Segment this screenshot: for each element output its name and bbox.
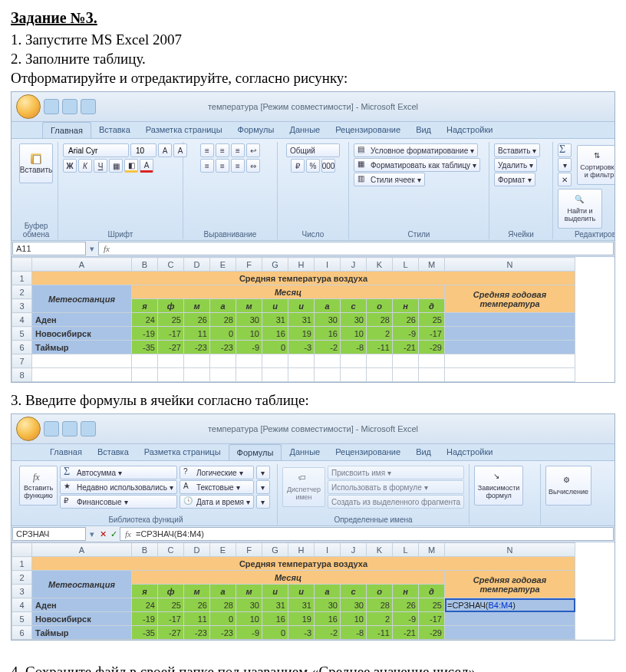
data-cell-0-9[interactable]: 28 [367, 598, 393, 612]
merge-button[interactable]: ⇔ [246, 159, 260, 173]
name-box-2[interactable]: СРЗНАЧ [12, 527, 86, 541]
tab-insert[interactable]: Вставка [91, 122, 138, 138]
station-name-1[interactable]: Новосибирск [32, 327, 132, 341]
find-select-button[interactable]: 🔍 Найти и выделить [558, 189, 602, 229]
data-cell-2-7[interactable]: -2 [315, 626, 341, 640]
tab-home[interactable]: Главная [42, 122, 91, 138]
align-left[interactable]: ≡ [200, 159, 214, 173]
data-cell-1-2[interactable]: 11 [184, 327, 210, 341]
avg-cell-2[interactable] [445, 626, 575, 640]
tab-formulas[interactable]: Формулы [230, 122, 282, 138]
row-header-7[interactable]: 7 [12, 354, 32, 368]
data-cell-2-2[interactable]: -23 [184, 341, 210, 354]
data-cell-0-1[interactable]: 25 [158, 598, 184, 612]
blank-cell-7-11[interactable] [393, 354, 419, 368]
blank-cell-8-13[interactable] [445, 368, 575, 382]
blank-cell-8-0[interactable] [32, 368, 132, 382]
data-cell-2-4[interactable]: -9 [236, 626, 262, 640]
tab-view[interactable]: Вид [408, 122, 439, 138]
define-name-button[interactable]: Присвоить имя ▾ [328, 466, 464, 479]
col-header-D[interactable]: D [184, 543, 210, 557]
tab-data[interactable]: Данные [282, 122, 328, 138]
data-cell-2-0[interactable]: -35 [132, 341, 158, 354]
data-cell-0-11[interactable]: 25 [419, 313, 445, 327]
data-cell-1-2[interactable]: 11 [184, 612, 210, 626]
month-col-2[interactable]: м [184, 585, 210, 598]
col-header-L[interactable]: L [393, 543, 419, 557]
month-header-cell[interactable]: Месяц [132, 285, 445, 299]
month-col-9[interactable]: о [367, 299, 393, 313]
row-header-6[interactable]: 6 [12, 341, 32, 354]
col-header-E[interactable]: E [210, 258, 236, 272]
data-cell-1-0[interactable]: -19 [132, 327, 158, 341]
avg-header-cell[interactable]: Средняя годовая температура [445, 571, 575, 598]
col-header-I[interactable]: I [315, 258, 341, 272]
recent-menu[interactable]: ★Недавно использовались ▾ [60, 480, 177, 494]
data-cell-1-4[interactable]: 10 [236, 612, 262, 626]
data-cell-1-1[interactable]: -17 [158, 612, 184, 626]
qat-undo-2[interactable] [62, 421, 77, 436]
month-col-1[interactable]: ф [158, 299, 184, 313]
cancel-icon[interactable]: ✕ [97, 526, 108, 542]
blank-cell-7-10[interactable] [367, 354, 393, 368]
logical-menu[interactable]: ?Логические ▾ [180, 466, 254, 479]
blank-cell-8-10[interactable] [367, 368, 393, 382]
tab-layout[interactable]: Разметка страницы [138, 122, 230, 138]
data-cell-1-8[interactable]: 10 [341, 612, 367, 626]
month-col-6[interactable]: и [288, 585, 315, 598]
row-header-1[interactable]: 1 [12, 557, 32, 571]
autosum-button[interactable]: Σ [558, 143, 572, 157]
worksheet-1[interactable]: ABCDEFGHIJKLMN1 Средняя температура возд… [12, 257, 614, 382]
currency-button[interactable]: ₽ [291, 159, 305, 173]
station-name-1[interactable]: Новосибирск [32, 612, 132, 626]
data-cell-1-3[interactable]: 0 [210, 612, 236, 626]
station-name-0[interactable]: Аден [32, 598, 132, 612]
row-header-3[interactable]: 3 [12, 585, 32, 598]
data-cell-0-10[interactable]: 26 [393, 598, 419, 612]
tab-review-2[interactable]: Рецензирование [328, 444, 408, 460]
data-cell-2-10[interactable]: -21 [393, 626, 419, 640]
borders-button[interactable]: ▦ [109, 159, 123, 173]
row-header-6[interactable]: 6 [12, 626, 32, 640]
data-cell-2-8[interactable]: -8 [341, 341, 367, 354]
month-col-10[interactable]: н [393, 585, 419, 598]
data-cell-0-0[interactable]: 24 [132, 598, 158, 612]
month-col-0[interactable]: я [132, 585, 158, 598]
data-cell-0-6[interactable]: 31 [288, 313, 315, 327]
lookup-menu[interactable]: ▾ [256, 466, 270, 479]
blank-cell-8-3[interactable] [184, 368, 210, 382]
col-header-A[interactable]: A [32, 258, 132, 272]
financial-menu[interactable]: ₽Финансовые ▾ [60, 495, 177, 509]
blank-cell-7-4[interactable] [210, 354, 236, 368]
data-cell-1-9[interactable]: 2 [367, 327, 393, 341]
data-cell-0-8[interactable]: 30 [341, 313, 367, 327]
formula-cell-n4[interactable]: =СРЗНАЧ(B4:M4) [445, 598, 575, 612]
col-header-H[interactable]: H [288, 543, 315, 557]
tab-layout-2[interactable]: Разметка страницы [137, 444, 229, 460]
data-cell-1-5[interactable]: 16 [262, 327, 288, 341]
data-cell-2-2[interactable]: -23 [184, 626, 210, 640]
create-from-sel-button[interactable]: Создать из выделенного фрагмента [328, 495, 464, 509]
data-cell-1-6[interactable]: 19 [288, 327, 315, 341]
italic-button[interactable]: К [78, 159, 92, 173]
row-header-8[interactable]: 8 [12, 368, 32, 382]
col-header-B[interactable]: B [132, 258, 158, 272]
number-format-combo[interactable]: Общий [286, 143, 340, 157]
blank-cell-7-8[interactable] [315, 354, 341, 368]
tab-formulas-2[interactable]: Формулы [229, 444, 282, 460]
qat-redo-2[interactable] [81, 421, 96, 436]
data-cell-0-5[interactable]: 31 [262, 313, 288, 327]
data-cell-1-9[interactable]: 2 [367, 612, 393, 626]
text-menu[interactable]: AТекстовые ▾ [180, 480, 254, 494]
grow-font[interactable]: A [158, 143, 172, 157]
month-col-7[interactable]: а [315, 585, 341, 598]
sort-filter-button[interactable]: ⇅ Сортировка и фильтр [577, 145, 615, 185]
month-col-2[interactable]: м [184, 299, 210, 313]
data-cell-1-11[interactable]: -17 [419, 612, 445, 626]
avg-cell-0[interactable] [445, 313, 575, 327]
data-cell-0-11[interactable]: 25 [419, 598, 445, 612]
month-col-8[interactable]: с [341, 585, 367, 598]
month-col-11[interactable]: д [419, 299, 445, 313]
tab-addins[interactable]: Надстройки [439, 122, 500, 138]
data-cell-1-6[interactable]: 19 [288, 612, 315, 626]
